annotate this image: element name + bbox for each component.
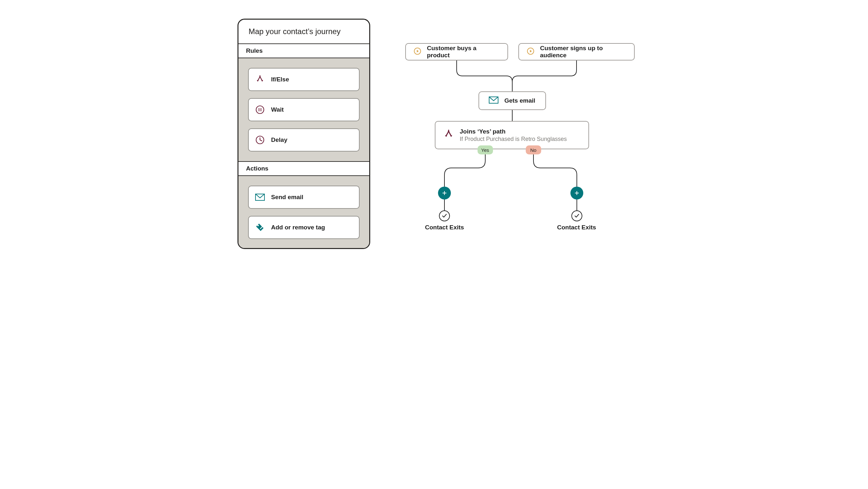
action-add-remove-tag[interactable]: Add or remove tag xyxy=(248,216,360,239)
action-label: Add or remove tag xyxy=(271,224,325,231)
trigger-label: Customer buys a product xyxy=(427,45,500,59)
branch-icon xyxy=(443,129,454,142)
rule-label: If/Else xyxy=(271,76,289,83)
exit-label: Contact Exits xyxy=(557,224,596,231)
pause-icon xyxy=(255,105,265,115)
condition-title: Joins ‘Yes’ path xyxy=(460,128,567,135)
panel-title: Map your contact’s journey xyxy=(239,20,369,44)
email-node-label: Gets email xyxy=(504,97,535,104)
trigger-label: Customer signs up to audience xyxy=(540,45,626,59)
rule-label: Delay xyxy=(271,136,288,143)
add-step-yes-button[interactable] xyxy=(438,186,451,199)
actions-section-body: Send email Add or remove tag xyxy=(239,176,369,249)
no-pill: No xyxy=(526,145,541,154)
condition-node[interactable]: Joins ‘Yes’ path If Product Purchased is… xyxy=(435,121,589,149)
actions-section-header: Actions xyxy=(239,162,369,176)
rule-if-else[interactable]: If/Else xyxy=(248,68,360,91)
journey-canvas: Customer buys a product Customer signs u… xyxy=(379,0,662,264)
rules-section-body: If/Else Wait xyxy=(239,58,369,162)
email-icon xyxy=(489,96,498,105)
rule-wait[interactable]: Wait xyxy=(248,98,360,121)
email-icon xyxy=(255,192,265,202)
svg-point-0 xyxy=(256,106,264,114)
journey-palette-panel: Map your contact’s journey Rules If/Else xyxy=(238,19,370,249)
play-icon xyxy=(413,47,421,57)
trigger-node-signs-up[interactable]: Customer signs up to audience xyxy=(518,43,635,60)
tag-icon xyxy=(255,223,265,232)
branch-icon xyxy=(255,75,265,84)
email-node[interactable]: Gets email xyxy=(478,91,546,110)
clock-icon xyxy=(255,135,265,145)
exit-label: Contact Exits xyxy=(425,224,464,231)
action-send-email[interactable]: Send email xyxy=(248,185,360,209)
exit-check-icon xyxy=(439,210,450,221)
trigger-node-buys-product[interactable]: Customer buys a product xyxy=(405,43,508,60)
exit-check-icon xyxy=(571,210,582,221)
rules-section-header: Rules xyxy=(239,44,369,58)
add-step-no-button[interactable] xyxy=(570,186,583,199)
svg-line-5 xyxy=(260,140,262,141)
action-label: Send email xyxy=(271,194,303,201)
rule-delay[interactable]: Delay xyxy=(248,128,360,151)
rule-label: Wait xyxy=(271,106,284,113)
play-icon xyxy=(527,47,534,57)
svg-point-7 xyxy=(257,225,259,227)
condition-subtitle: If Product Purchased is Retro Sunglasses xyxy=(460,136,567,143)
yes-pill: Yes xyxy=(477,145,493,154)
